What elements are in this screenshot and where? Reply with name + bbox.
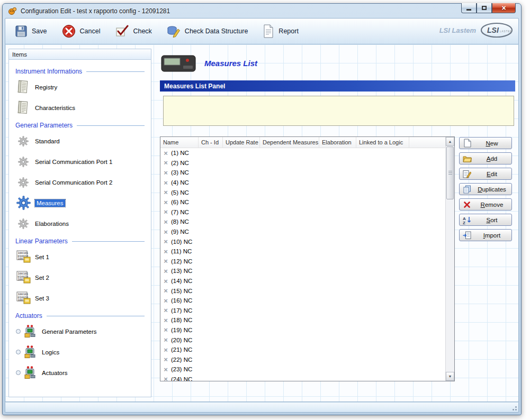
not-connected-x-icon: ×	[162, 355, 169, 363]
resize-grip[interactable]	[510, 404, 517, 411]
edit-icon	[462, 170, 472, 178]
sidebar-item-measures[interactable]: Measures	[14, 193, 146, 213]
not-connected-x-icon: ×	[162, 267, 169, 275]
panel-title: Measures List Panel	[164, 83, 225, 90]
measure-name: (13) NC	[171, 268, 192, 274]
gear-selected-icon	[16, 196, 31, 210]
scroll-down-button[interactable]: ▼	[446, 372, 454, 381]
column-header-update-rate[interactable]: Update Rate	[223, 137, 260, 148]
table-row[interactable]: ×(23) NC	[160, 364, 445, 375]
table-row[interactable]: ×(22) NC	[160, 354, 445, 364]
table-row[interactable]: ×(4) NC	[160, 178, 445, 188]
table-row[interactable]: ×(17) NC	[160, 306, 445, 316]
window-controls: ×	[461, 3, 516, 13]
table-row[interactable]: ×(21) NC	[160, 345, 445, 355]
column-header-ch-id[interactable]: Ch - Id	[199, 137, 223, 148]
table-row[interactable]: ×(2) NC	[160, 158, 445, 168]
table-row[interactable]: ×(9) NC	[160, 227, 445, 237]
table-row[interactable]: ×(7) NC	[160, 207, 445, 217]
duplicates-button[interactable]: Duplicates	[459, 183, 512, 195]
not-connected-x-icon: ×	[162, 238, 169, 245]
measure-name: (20) NC	[171, 337, 192, 343]
cancel-button[interactable]: Cancel	[58, 21, 109, 42]
measure-name: (2) NC	[171, 160, 189, 166]
measure-name: (15) NC	[171, 288, 192, 294]
table-row[interactable]: ×(12) NC	[160, 257, 445, 267]
table-row[interactable]: ×(11) NC	[160, 246, 445, 257]
main-panel: Measures List Measures List Panel NameCh…	[157, 49, 515, 397]
add-button[interactable]: Add	[459, 152, 512, 165]
sidebar-item-registry[interactable]: Registry	[14, 77, 146, 97]
report-button[interactable]: Report	[258, 21, 307, 42]
save-icon	[15, 25, 28, 38]
check-data-structure-button[interactable]: Check Data Structure	[163, 21, 257, 42]
not-connected-x-icon: ×	[162, 218, 169, 226]
sidebar-item-logics[interactable]: Logics	[14, 342, 146, 362]
table-row[interactable]: ×(10) NC	[160, 236, 445, 246]
sidebar-item-elaborations[interactable]: Elaborations	[14, 213, 146, 234]
table-row[interactable]: ×(24) NC	[160, 375, 445, 381]
measure-name: (10) NC	[171, 239, 192, 245]
tree-expander-icon[interactable]	[16, 370, 21, 375]
sidebar-item-label: Serial Communication Port 2	[35, 179, 112, 186]
actuator-icon	[23, 324, 38, 339]
new-button[interactable]: New	[459, 137, 512, 149]
not-connected-x-icon: ×	[162, 287, 169, 295]
column-header-linked-to-a-logic[interactable]: Linked to a Logic	[356, 137, 409, 148]
sidebar-item-standard[interactable]: Standard	[14, 131, 146, 151]
column-header-dependent-measures[interactable]: Dependent Measures	[260, 137, 319, 148]
sort-button[interactable]: AZSort	[459, 214, 512, 226]
column-header-elaboration[interactable]: Elaboration	[319, 137, 356, 148]
tree-expander-icon[interactable]	[16, 350, 21, 354]
save-button[interactable]: Save	[11, 21, 56, 41]
edit-button[interactable]: Edit	[459, 168, 512, 180]
table-row[interactable]: ×(8) NC	[160, 217, 445, 227]
maximize-button[interactable]	[477, 3, 492, 13]
column-header-name[interactable]: Name	[160, 137, 199, 148]
table-row[interactable]: ×(6) NC	[160, 197, 445, 207]
sort-icon: AZ	[462, 216, 472, 224]
table-row[interactable]: ×(20) NC	[160, 335, 445, 345]
titlebar[interactable]: Configuration Edit - test x rapporto con…	[5, 4, 519, 18]
sidebar-item-set-1[interactable]: 1001010100101001Set 1	[14, 246, 146, 267]
table-row[interactable]: ×(18) NC	[160, 315, 445, 325]
table-row[interactable]: ×(19) NC	[160, 325, 445, 335]
remove-button[interactable]: Remove	[459, 198, 512, 211]
import-icon	[462, 231, 472, 240]
sidebar-item-label: Actuators	[42, 370, 68, 376]
table-row[interactable]: ×(16) NC	[160, 296, 445, 306]
page-header: Measures List	[161, 49, 515, 77]
not-connected-x-icon: ×	[162, 306, 169, 314]
not-connected-x-icon: ×	[162, 346, 169, 354]
close-button[interactable]: ×	[492, 3, 516, 13]
vertical-scrollbar[interactable]: ▲ ▼	[445, 137, 454, 381]
page-title: Measures List	[204, 59, 257, 68]
minimize-button[interactable]	[461, 3, 477, 13]
sidebar-item-serial-communication-port-1[interactable]: Serial Communication Port 1	[14, 151, 146, 172]
import-button[interactable]: Import	[459, 229, 512, 241]
table-row[interactable]: ×(14) NC	[160, 276, 445, 286]
check-button[interactable]: Check	[111, 21, 160, 42]
section-title: Actuators	[15, 312, 42, 319]
sidebar-item-set-2[interactable]: 1001010100101001Set 2	[14, 267, 146, 288]
table-row[interactable]: ×(13) NC	[160, 266, 445, 276]
measure-name: (6) NC	[171, 199, 189, 205]
measure-name: (22) NC	[171, 357, 192, 363]
scroll-up-button[interactable]: ▲	[446, 137, 454, 146]
close-icon: ×	[501, 4, 506, 12]
tree-expander-icon[interactable]	[16, 329, 21, 334]
not-connected-x-icon: ×	[162, 277, 169, 285]
sidebar-item-serial-communication-port-2[interactable]: Serial Communication Port 2	[14, 172, 146, 193]
table-row[interactable]: ×(1) NC	[160, 148, 445, 158]
sidebar-section-actuators: ActuatorsGeneral ParametersLogicsActuato…	[14, 311, 146, 383]
sidebar-item-set-3[interactable]: 1001010100101001Set 3	[14, 288, 146, 308]
scrollbar-thumb[interactable]	[446, 147, 454, 199]
section-header: Actuators	[15, 311, 146, 321]
sidebar-item-general-parameters[interactable]: General Parameters	[14, 321, 146, 342]
table-row[interactable]: ×(15) NC	[160, 286, 445, 296]
table-row[interactable]: ×(3) NC	[160, 168, 445, 178]
table-row[interactable]: ×(5) NC	[160, 187, 445, 197]
sidebar-item-actuators[interactable]: Actuators	[14, 362, 146, 383]
section-header: General Parameters	[15, 121, 146, 130]
sidebar-item-characteristics[interactable]: Characteristics	[14, 97, 146, 118]
